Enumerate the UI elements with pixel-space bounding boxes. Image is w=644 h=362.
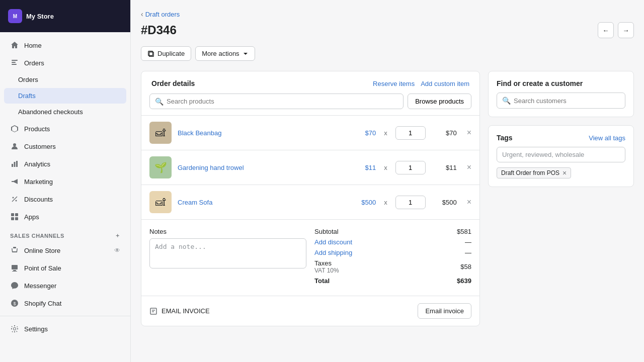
shipping-dash: — xyxy=(465,249,471,256)
tags-input[interactable] xyxy=(497,147,625,162)
sidebar-nav: Home Orders Orders Drafts Abandoned chec… xyxy=(0,32,130,362)
online-store-icon xyxy=(10,246,19,255)
item-remove-trowel[interactable]: × xyxy=(467,163,471,172)
sidebar-item-shopify-chat[interactable]: $ Shopify Chat xyxy=(4,295,126,312)
breadcrumb[interactable]: ‹ Draft orders xyxy=(141,10,634,18)
svg-rect-7 xyxy=(14,162,16,167)
item-qty-trowel[interactable] xyxy=(395,161,426,174)
pos-icon xyxy=(10,263,19,273)
sidebar-item-drafts-label: Drafts xyxy=(18,92,36,100)
add-discount-link[interactable]: Add discount xyxy=(314,238,352,246)
item-remove-sofa[interactable]: × xyxy=(467,198,471,207)
sidebar-item-drafts[interactable]: Drafts xyxy=(4,88,126,104)
sidebar-item-settings[interactable]: Settings xyxy=(4,320,126,337)
customers-icon xyxy=(10,142,19,151)
sidebar-item-shopify-chat-label: Shopify Chat xyxy=(24,300,61,307)
svg-rect-18 xyxy=(12,271,17,272)
shipping-row: Add shipping — xyxy=(314,249,471,256)
sidebar-item-customers[interactable]: Customers xyxy=(4,138,126,155)
add-custom-item-link[interactable]: Add custom item xyxy=(421,80,469,87)
browse-products-btn[interactable]: Browse products xyxy=(408,94,471,109)
tags-header: Tags View all tags xyxy=(497,134,625,142)
duplicate-btn[interactable]: Duplicate xyxy=(141,46,191,61)
content-columns: Order details Reserve items Add custom i… xyxy=(141,71,634,334)
item-qty-sofa[interactable] xyxy=(395,196,426,209)
item-remove-beanbag[interactable]: × xyxy=(467,128,471,137)
sidebar-item-customers-label: Customers xyxy=(24,143,56,150)
svg-rect-15 xyxy=(13,247,16,248)
home-icon xyxy=(10,41,19,50)
item-total-beanbag: $70 xyxy=(432,129,457,137)
invoice-section: EMAIL INVOICE Email invoice xyxy=(141,296,479,326)
prev-order-btn[interactable]: ← xyxy=(598,22,614,38)
sidebar-item-marketing[interactable]: Marketing xyxy=(4,173,126,190)
sidebar-item-settings-label: Settings xyxy=(24,325,48,333)
tags-title: Tags xyxy=(497,134,513,142)
svg-rect-4 xyxy=(12,64,17,65)
online-store-eye-icon[interactable]: 👁 xyxy=(114,247,120,254)
sidebar-item-discounts-label: Discounts xyxy=(24,196,53,203)
svg-rect-17 xyxy=(13,270,16,271)
breadcrumb-arrow: ‹ xyxy=(141,10,143,18)
product-search-wrap[interactable]: 🔍 xyxy=(149,94,404,109)
duplicate-label: Duplicate xyxy=(157,50,185,57)
search-icon: 🔍 xyxy=(155,98,164,106)
marketing-icon xyxy=(10,177,19,186)
sidebar-item-home[interactable]: Home xyxy=(4,37,126,54)
customer-search-wrap[interactable]: 🔍 xyxy=(497,93,625,109)
sidebar-item-products-label: Products xyxy=(24,125,50,133)
tag-chip-remove[interactable]: × xyxy=(562,169,567,176)
sidebar-item-discounts[interactable]: Discounts xyxy=(4,191,126,208)
shop-header[interactable]: M My Store xyxy=(4,4,126,28)
taxes-row: Taxes VAT 10% $58 xyxy=(314,259,471,274)
sidebar-item-orders-sub[interactable]: Orders xyxy=(4,72,126,87)
sidebar-item-home-label: Home xyxy=(24,42,42,49)
svg-rect-23 xyxy=(150,308,156,314)
sidebar-header: M My Store xyxy=(0,0,130,32)
item-x-trowel: x xyxy=(384,164,387,171)
discount-dash: — xyxy=(465,238,471,246)
sidebar-item-abandoned[interactable]: Abandoned checkouts xyxy=(4,104,126,120)
orders-icon xyxy=(10,58,19,67)
tags-section: Tags View all tags Draft Order from POS … xyxy=(489,126,633,187)
sidebar-item-products[interactable]: Products xyxy=(4,120,126,137)
invoice-section-label: EMAIL INVOICE xyxy=(162,307,210,315)
more-actions-label: More actions xyxy=(202,50,239,57)
item-name-beanbag[interactable]: Black Beanbag xyxy=(178,129,345,137)
order-details-actions: Reserve items Add custom item xyxy=(373,80,469,87)
order-details-card: Order details Reserve items Add custom i… xyxy=(141,71,480,326)
sales-channels-section: SALES CHANNELS ＋ xyxy=(0,226,130,241)
item-qty-beanbag[interactable] xyxy=(395,126,426,140)
customer-search-input[interactable] xyxy=(514,97,620,105)
email-invoice-btn[interactable]: Email invoice xyxy=(418,303,471,319)
shop-icon: M xyxy=(8,9,22,23)
svg-point-10 xyxy=(16,200,17,202)
tags-card: Tags View all tags Draft Order from POS … xyxy=(488,125,634,187)
svg-rect-2 xyxy=(12,60,18,61)
search-products-input[interactable] xyxy=(167,98,398,105)
item-price-trowel: $11 xyxy=(351,164,376,171)
notes-input[interactable] xyxy=(149,238,306,268)
svg-rect-13 xyxy=(11,217,14,220)
sidebar-item-analytics[interactable]: Analytics xyxy=(4,155,126,172)
item-name-sofa[interactable]: Cream Sofa xyxy=(178,199,345,206)
subtotal-row: Subtotal $581 xyxy=(314,228,471,235)
shopify-chat-icon: $ xyxy=(10,299,19,308)
add-sales-channel-btn[interactable]: ＋ xyxy=(115,232,121,239)
item-name-trowel[interactable]: Gardening hand trowel xyxy=(178,164,345,171)
subtotal-value: $581 xyxy=(457,228,471,235)
sidebar-item-apps[interactable]: Apps xyxy=(4,208,126,225)
more-actions-btn[interactable]: More actions xyxy=(195,46,255,61)
sidebar: M My Store Home Orders xyxy=(0,0,131,362)
view-all-tags-link[interactable]: View all tags xyxy=(589,134,625,142)
item-price-sofa: $500 xyxy=(351,199,376,206)
sidebar-item-orders[interactable]: Orders xyxy=(4,54,126,71)
sidebar-item-online-store[interactable]: Online Store 👁 xyxy=(4,242,126,259)
sidebar-item-messenger[interactable]: Messenger xyxy=(4,277,126,294)
add-shipping-link[interactable]: Add shipping xyxy=(314,249,352,256)
reserve-items-link[interactable]: Reserve items xyxy=(373,80,415,87)
next-order-btn[interactable]: → xyxy=(618,22,634,38)
sidebar-item-pos[interactable]: Point of Sale xyxy=(4,259,126,277)
customer-search-icon: 🔍 xyxy=(502,97,511,105)
item-price-beanbag: $70 xyxy=(351,129,376,137)
